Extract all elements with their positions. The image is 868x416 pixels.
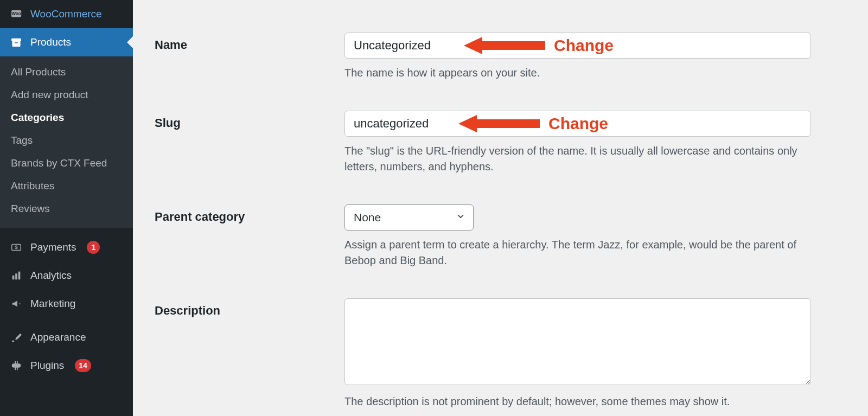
svg-rect-8 bbox=[15, 273, 17, 279]
label-name: Name bbox=[155, 33, 344, 52]
sidebar-badge-payments: 1 bbox=[87, 241, 100, 254]
help-parent: Assign a parent term to create a hierarc… bbox=[344, 237, 811, 268]
sidebar-item-label: Analytics bbox=[30, 270, 72, 281]
sidebar-item-products[interactable]: Products bbox=[0, 28, 133, 56]
sidebar-sub-attributes[interactable]: Attributes bbox=[0, 175, 133, 197]
sidebar-item-label: Appearance bbox=[30, 331, 86, 343]
sidebar-item-woocommerce[interactable]: Woo WooCommerce bbox=[0, 0, 133, 28]
woocommerce-icon: Woo bbox=[10, 8, 23, 21]
sidebar-item-label: WooCommerce bbox=[30, 8, 102, 20]
sidebar-item-payments[interactable]: $ Payments 1 bbox=[0, 233, 133, 261]
field-parent: None Assign a parent term to create a hi… bbox=[344, 204, 811, 268]
app-root: Woo WooCommerce Products All Products Ad… bbox=[0, 0, 868, 416]
svg-rect-7 bbox=[12, 276, 15, 279]
sidebar-sub-brands[interactable]: Brands by CTX Feed bbox=[0, 152, 133, 175]
row-description: Description The description is not promi… bbox=[155, 298, 846, 409]
main-content: Name Change The name is how it appears o… bbox=[133, 0, 868, 416]
sidebar-badge-plugins: 14 bbox=[75, 359, 91, 372]
row-slug: Slug Change The "slug" is the URL-friend… bbox=[155, 111, 846, 175]
sidebar-sub-categories[interactable]: Categories bbox=[0, 106, 133, 129]
admin-sidebar: Woo WooCommerce Products All Products Ad… bbox=[0, 0, 133, 416]
plugin-icon bbox=[10, 359, 23, 372]
parent-select[interactable]: None bbox=[344, 204, 474, 231]
help-description: The description is not prominent by defa… bbox=[344, 394, 811, 409]
row-parent: Parent category None Assign a parent ter… bbox=[155, 204, 846, 268]
analytics-icon bbox=[10, 269, 23, 282]
svg-text:Woo: Woo bbox=[11, 11, 21, 16]
svg-text:$: $ bbox=[15, 245, 17, 250]
sidebar-submenu-products: All Products Add new product Categories … bbox=[0, 56, 133, 228]
field-slug: Change The "slug" is the URL-friendly ve… bbox=[344, 111, 811, 175]
chevron-down-icon bbox=[456, 211, 465, 224]
help-name: The name is how it appears on your site. bbox=[344, 65, 811, 81]
sidebar-sub-reviews[interactable]: Reviews bbox=[0, 197, 133, 220]
field-name: Change The name is how it appears on you… bbox=[344, 33, 811, 81]
name-input[interactable] bbox=[344, 33, 811, 59]
sidebar-sub-add-new-product[interactable]: Add new product bbox=[0, 84, 133, 106]
sidebar-sub-all-products[interactable]: All Products bbox=[0, 61, 133, 84]
payments-icon: $ bbox=[10, 241, 23, 254]
sidebar-item-analytics[interactable]: Analytics bbox=[0, 261, 133, 290]
label-description: Description bbox=[155, 298, 344, 318]
slug-input[interactable] bbox=[344, 111, 811, 137]
archive-box-icon bbox=[10, 36, 23, 49]
help-slug: The "slug" is the URL-friendly version o… bbox=[344, 143, 811, 175]
sidebar-separator bbox=[0, 228, 133, 233]
parent-select-value: None bbox=[354, 211, 381, 224]
field-description: The description is not prominent by defa… bbox=[344, 298, 811, 409]
label-parent: Parent category bbox=[155, 204, 344, 224]
megaphone-icon bbox=[10, 297, 23, 310]
sidebar-item-label: Products bbox=[30, 36, 71, 48]
sidebar-item-appearance[interactable]: Appearance bbox=[0, 323, 133, 351]
svg-rect-3 bbox=[12, 41, 20, 46]
sidebar-sub-tags[interactable]: Tags bbox=[0, 129, 133, 152]
sidebar-item-marketing[interactable]: Marketing bbox=[0, 290, 133, 318]
sidebar-item-label: Plugins bbox=[30, 360, 64, 372]
row-name: Name Change The name is how it appears o… bbox=[155, 33, 846, 81]
paintbrush-icon bbox=[10, 331, 23, 344]
sidebar-item-label: Payments bbox=[30, 241, 76, 253]
description-textarea[interactable] bbox=[344, 298, 811, 385]
sidebar-item-plugins[interactable]: Plugins 14 bbox=[0, 351, 133, 380]
svg-rect-9 bbox=[18, 272, 21, 280]
sidebar-separator bbox=[0, 318, 133, 323]
sidebar-item-label: Marketing bbox=[30, 298, 75, 310]
label-slug: Slug bbox=[155, 111, 344, 130]
